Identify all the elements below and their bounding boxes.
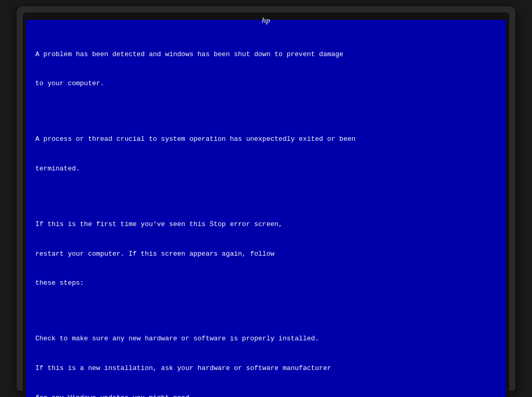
bsod-spacer-2 xyxy=(35,194,497,201)
bsod-line-7: If this is the first time you've seen th… xyxy=(35,220,497,230)
screen-bezel: hp A problem has been detected and windo… xyxy=(23,12,509,397)
bsod-line-12: If this is a new installation, ask your … xyxy=(35,364,497,374)
bsod-spacer-3 xyxy=(35,308,497,315)
bsod-line-11: Check to make sure any new hardware or s… xyxy=(35,334,497,344)
bsod-line-13: for any Windows updates you might need. xyxy=(35,393,497,397)
bsod-line-9: these steps: xyxy=(35,279,497,288)
hp-logo: hp xyxy=(259,16,273,25)
bsod-line-4: A process or thread crucial to system op… xyxy=(35,135,497,144)
bsod-line-2: to your computer. xyxy=(35,79,497,89)
bsod-line-1: A problem has been detected and windows … xyxy=(35,50,497,60)
bsod-line-8: restart your computer. If this screen ap… xyxy=(35,249,497,259)
bsod-line-5: terminated. xyxy=(35,164,497,174)
bsod-spacer-1 xyxy=(35,109,497,115)
laptop-outer: hp A problem has been detected and windo… xyxy=(17,6,515,391)
bsod-screen: A problem has been detected and windows … xyxy=(26,20,506,397)
bsod-content: A problem has been detected and windows … xyxy=(35,30,497,397)
